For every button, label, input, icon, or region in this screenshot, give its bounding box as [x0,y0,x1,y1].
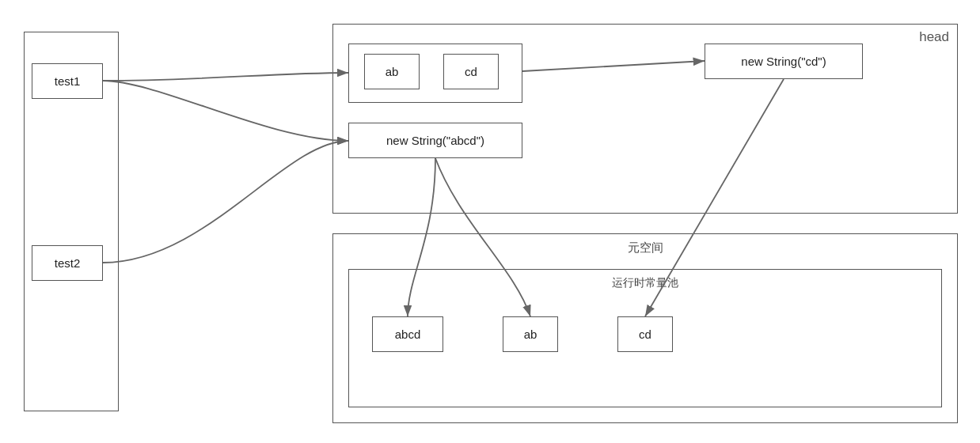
diagram-container: test1 test2 head ab cd new String("cd") … [0,0,980,443]
arrows-svg [0,0,980,443]
